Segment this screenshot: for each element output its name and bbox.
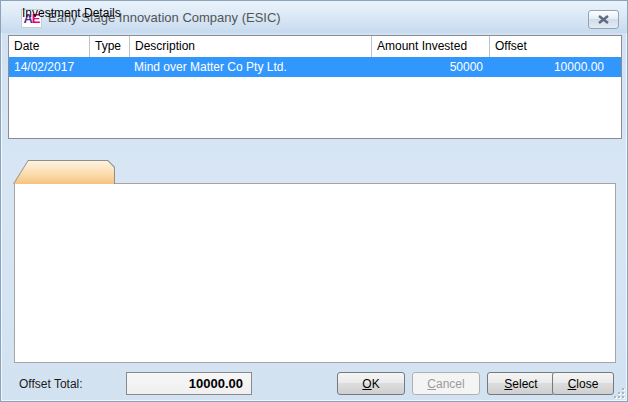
offset-total-value: 10000.00: [189, 376, 243, 391]
tab-investment-details-label: Investment Details: [22, 6, 121, 20]
column-header-type[interactable]: Type: [89, 36, 129, 57]
column-header-amount-invested[interactable]: Amount Invested: [371, 36, 489, 57]
table-row[interactable]: 14/02/2017 Mind over Matter Co Pty Ltd. …: [9, 57, 621, 77]
column-header-date[interactable]: Date: [9, 36, 89, 57]
tab-investment-details[interactable]: [13, 160, 115, 184]
close-dialog-button[interactable]: Close: [552, 372, 614, 395]
column-header-description[interactable]: Description: [129, 36, 371, 57]
column-header-offset[interactable]: Offset: [489, 36, 621, 57]
select-button[interactable]: Select: [487, 372, 555, 395]
offset-total-label: Offset Total:: [19, 377, 83, 391]
close-icon: [598, 15, 609, 24]
resize-grip[interactable]: [613, 387, 624, 398]
cancel-button[interactable]: Cancel: [412, 372, 480, 395]
ok-button[interactable]: OK: [337, 372, 405, 395]
investment-details-panel: [14, 183, 616, 363]
offset-total-field: 10000.00: [126, 372, 252, 395]
list-header: Date Type Description Amount Invested Of…: [9, 36, 621, 57]
investments-list: Date Type Description Amount Invested Of…: [8, 35, 622, 139]
close-button[interactable]: [588, 10, 619, 29]
cell-description: Mind over Matter Co Pty Ltd.: [134, 57, 371, 77]
esic-dialog: AE Early Stage Innovation Company (ESIC)…: [0, 0, 628, 402]
cell-type: [94, 57, 129, 77]
cell-date: 14/02/2017: [14, 57, 89, 77]
cell-amount-invested: 50000: [371, 57, 483, 77]
cell-offset: 10000.00: [489, 57, 604, 77]
